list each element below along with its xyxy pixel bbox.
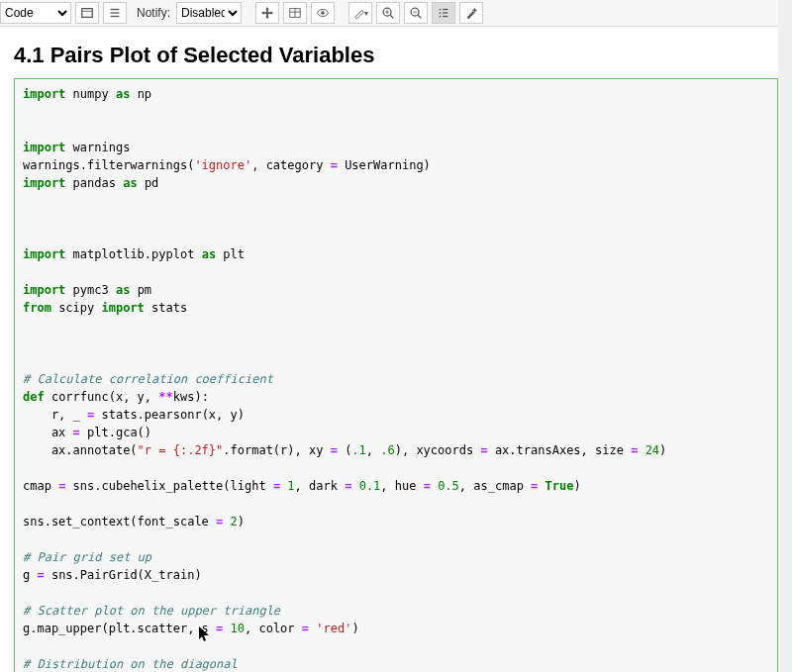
svg-point-17: [440, 9, 442, 11]
cell-toolbar-button[interactable]: [75, 2, 99, 24]
notebook-content: 4.1 Pairs Plot of Selected Variables imp…: [0, 27, 792, 672]
table-button[interactable]: [283, 2, 307, 24]
svg-line-15: [418, 15, 421, 18]
notify-select[interactable]: Disabled: [176, 2, 242, 24]
list-button[interactable]: [103, 2, 127, 24]
svg-point-21: [440, 16, 442, 18]
toc-button[interactable]: [432, 2, 455, 24]
zoom-in-button[interactable]: [376, 2, 400, 24]
code-cell[interactable]: import numpy as np import warnings warni…: [14, 78, 778, 672]
move-button[interactable]: [255, 2, 279, 24]
magic-button[interactable]: [459, 2, 483, 24]
svg-point-19: [440, 12, 442, 14]
svg-point-9: [321, 11, 325, 15]
zoom-out-button[interactable]: [404, 2, 428, 24]
cell-type-select[interactable]: Code: [0, 2, 71, 24]
svg-rect-0: [82, 9, 93, 18]
brush-button[interactable]: ▾: [348, 2, 372, 24]
preview-button[interactable]: [311, 2, 335, 24]
svg-line-11: [390, 15, 393, 18]
notebook-toolbar: Code Notify: Disabled ▾: [0, 0, 792, 27]
section-heading: 4.1 Pairs Plot of Selected Variables: [14, 43, 778, 68]
notify-label: Notify:: [131, 6, 172, 20]
vertical-scrollbar[interactable]: [778, 0, 792, 672]
